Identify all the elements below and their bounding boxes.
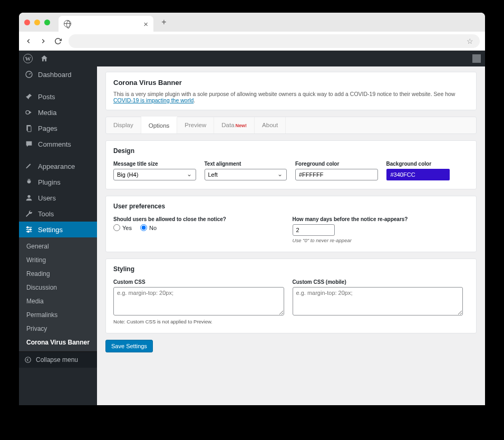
close-radio-yes[interactable]: Yes [113, 224, 132, 231]
custom-css-textarea[interactable] [113, 287, 284, 315]
tab-data[interactable]: DataNew! [214, 117, 255, 133]
collapse-menu-button[interactable]: Collapse menu [19, 351, 97, 368]
dashboard-icon [24, 70, 34, 79]
custom-css-mobile-label: Custom CSS (mobile) [293, 279, 463, 285]
alignment-select[interactable]: Left [205, 169, 287, 180]
home-icon[interactable] [40, 54, 49, 63]
media-icon [24, 108, 34, 117]
bookmark-star-icon[interactable]: ☆ [467, 37, 473, 45]
browser-window: × + ☆ Dashboard Post [19, 13, 485, 405]
close-radio-no[interactable]: No [140, 224, 157, 231]
bg-color-label: Background color [386, 161, 469, 167]
radio-yes-input[interactable] [113, 224, 120, 231]
section-title-prefs: User preferences [113, 203, 469, 210]
tab-close-icon[interactable]: × [143, 20, 148, 28]
maximize-window-icon[interactable] [44, 20, 50, 25]
browser-tab-bar: × + [19, 13, 485, 32]
collapse-icon [24, 356, 32, 364]
back-button[interactable] [24, 37, 33, 45]
tab-options[interactable]: Options [141, 117, 178, 133]
wp-admin-bar [19, 51, 485, 66]
svg-point-5 [27, 195, 30, 198]
radio-no-input[interactable] [140, 224, 147, 231]
content-area: Corona Virus Banner This is a very simpl… [97, 66, 485, 405]
sidebar-item-settings[interactable]: Settings [19, 222, 97, 237]
submenu-item-privacy[interactable]: Privacy [19, 322, 97, 336]
css-note: Note: Custom CSS is not applied to Previ… [113, 319, 284, 324]
sidebar-item-appearance[interactable]: Appearance [19, 158, 97, 174]
custom-css-label: Custom CSS [113, 279, 284, 285]
covid-impact-link[interactable]: COVID-19 is impacting the world [113, 97, 193, 103]
alignment-label: Text alignment [205, 161, 287, 167]
days-help-text: Use "0" to never re-appear [293, 237, 463, 243]
tab-preview[interactable]: Preview [177, 117, 214, 133]
address-input[interactable]: ☆ [69, 34, 480, 48]
user-icon [24, 194, 34, 202]
wordpress-logo-icon[interactable] [23, 54, 33, 63]
days-input[interactable] [293, 224, 335, 236]
bg-color-swatch[interactable]: #340FCC [386, 169, 450, 180]
page-header-panel: Corona Virus Banner This is a very simpl… [105, 72, 477, 110]
sidebar-item-media[interactable]: Media [19, 104, 97, 120]
fg-color-label: Foreground color [295, 161, 378, 167]
sidebar-item-posts[interactable]: Posts [19, 89, 97, 104]
new-tab-button[interactable]: + [158, 16, 170, 28]
window-controls [24, 20, 59, 25]
submenu-item-discussion[interactable]: Discussion [19, 281, 97, 294]
submenu-item-media[interactable]: Media [19, 294, 97, 308]
svg-point-11 [27, 231, 29, 233]
close-notice-radio-group: Yes No [113, 224, 284, 231]
submenu-item-writing[interactable]: Writing [19, 253, 97, 267]
browser-tab[interactable]: × [59, 16, 153, 32]
settings-submenu: General Writing Reading Discussion Media… [19, 237, 97, 351]
section-title-design: Design [113, 147, 469, 155]
svg-point-10 [30, 229, 31, 231]
sidebar-item-label: Media [38, 109, 56, 117]
close-window-icon[interactable] [24, 20, 30, 25]
settings-tabs: Display Options Preview DataNew! About [105, 117, 477, 134]
design-section: Design Message title size Big (H4) Text … [105, 140, 477, 189]
svg-point-1 [26, 111, 30, 114]
sidebar-item-label: Appearance [38, 162, 75, 170]
submenu-item-general[interactable]: General [19, 240, 97, 253]
sidebar-item-label: Settings [38, 226, 63, 234]
forward-button[interactable] [39, 37, 47, 45]
sidebar-item-users[interactable]: Users [19, 190, 97, 206]
tab-about[interactable]: About [255, 117, 286, 133]
page-title: Corona Virus Banner [113, 79, 469, 87]
styling-section: Styling Custom CSS Note: Custom CSS is n… [105, 259, 477, 333]
page-icon [24, 124, 34, 132]
save-settings-button[interactable]: Save Settings [105, 340, 153, 352]
sidebar-item-tools[interactable]: Tools [19, 206, 97, 222]
fg-color-input[interactable] [295, 169, 378, 180]
reload-button[interactable] [54, 37, 62, 45]
wp-admin: Dashboard Posts Media Pages Comments App… [19, 51, 485, 405]
svg-point-12 [25, 357, 31, 363]
collapse-label: Collapse menu [36, 356, 78, 364]
sidebar-item-label: Tools [38, 210, 54, 218]
submenu-item-reading[interactable]: Reading [19, 267, 97, 281]
brush-icon [24, 162, 34, 170]
submenu-item-corona-banner[interactable]: Corona Virus Banner [19, 336, 97, 349]
sidebar-item-label: Users [38, 194, 56, 202]
sidebar-item-label: Comments [38, 140, 71, 148]
svg-rect-3 [27, 126, 31, 132]
custom-css-mobile-textarea[interactable] [293, 287, 463, 315]
new-badge: New! [236, 123, 247, 128]
user-avatar-icon[interactable] [472, 54, 481, 63]
sidebar-item-label: Pages [38, 125, 57, 132]
sidebar-item-pages[interactable]: Pages [19, 120, 97, 136]
sidebar-item-plugins[interactable]: Plugins [19, 174, 97, 190]
sidebar-item-comments[interactable]: Comments [19, 136, 97, 152]
wp-body: Dashboard Posts Media Pages Comments App… [19, 66, 485, 405]
sidebar-item-dashboard[interactable]: Dashboard [19, 66, 97, 82]
address-bar: ☆ [19, 32, 485, 51]
title-size-select[interactable]: Big (H4) [113, 169, 196, 180]
page-description: This is a very simple plugin with a sole… [113, 91, 469, 103]
submenu-item-permalinks[interactable]: Permalinks [19, 308, 97, 322]
wrench-icon [24, 209, 34, 218]
minimize-window-icon[interactable] [34, 20, 40, 25]
browser-chrome: × + ☆ [19, 13, 485, 51]
tab-display[interactable]: Display [106, 117, 141, 133]
comment-icon [24, 140, 34, 148]
